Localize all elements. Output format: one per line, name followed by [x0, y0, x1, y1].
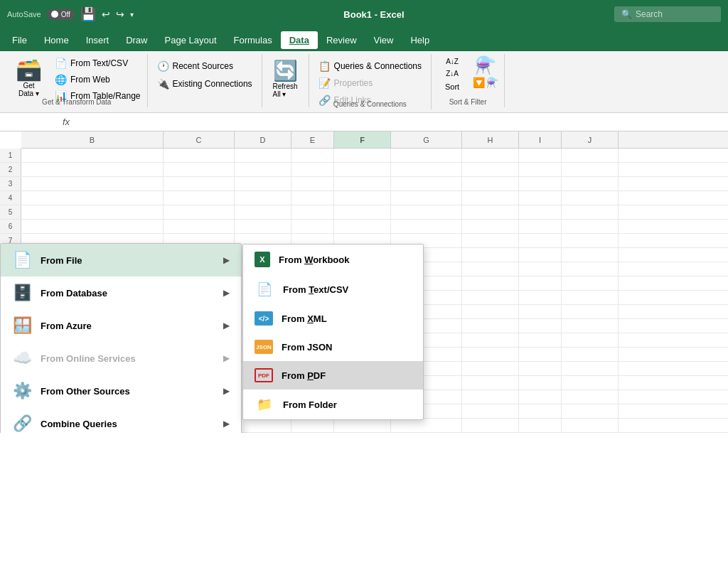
grid-cell[interactable] — [462, 319, 519, 333]
grid-cell[interactable] — [391, 191, 462, 205]
grid-cell[interactable] — [334, 177, 391, 190]
grid-cell[interactable] — [519, 291, 562, 304]
grid-cell[interactable] — [334, 163, 391, 176]
grid-cell[interactable] — [562, 149, 619, 162]
grid-cell[interactable] — [391, 149, 462, 162]
grid-cell[interactable] — [235, 220, 291, 233]
menu-help[interactable]: Help — [402, 31, 438, 49]
grid-cell[interactable] — [519, 305, 562, 318]
menu-item-combine-queries[interactable]: 🔗 Combine Queries ▶ — [1, 407, 241, 433]
grid-cell[interactable] — [519, 319, 562, 333]
grid-cell[interactable] — [291, 220, 334, 233]
grid-cell[interactable] — [391, 419, 462, 432]
grid-cell[interactable] — [291, 149, 334, 162]
menu-home[interactable]: Home — [36, 31, 77, 49]
grid-cell[interactable] — [462, 248, 519, 262]
grid-cell[interactable] — [334, 149, 391, 162]
grid-cell[interactable] — [519, 404, 562, 418]
grid-cell[interactable] — [21, 149, 164, 162]
grid-cell[interactable] — [562, 376, 619, 389]
grid-cell[interactable] — [462, 419, 519, 432]
grid-cell[interactable] — [519, 348, 562, 361]
grid-cell[interactable] — [519, 276, 562, 290]
filter-small-2[interactable]: ⚗️ — [486, 77, 498, 88]
recent-sources-button[interactable]: 🕐 Recent Sources — [154, 58, 237, 74]
get-data-button[interactable]: 🗃️ GetData ▾ — [9, 55, 48, 101]
grid-cell[interactable] — [391, 177, 462, 190]
grid-cell[interactable] — [562, 419, 619, 432]
grid-cell[interactable] — [519, 248, 562, 262]
filter-small-1[interactable]: 🔽 — [473, 77, 485, 88]
grid-cell[interactable] — [562, 348, 619, 361]
sub-menu-item-json[interactable]: JSON From JSON — [243, 333, 423, 361]
grid-cell[interactable] — [462, 276, 519, 290]
grid-cell[interactable] — [519, 262, 562, 276]
save-icon[interactable]: 💾 — [80, 6, 96, 22]
grid-cell[interactable] — [291, 191, 334, 205]
grid-cell[interactable] — [235, 191, 291, 205]
grid-cell[interactable] — [462, 220, 519, 233]
grid-cell[interactable] — [164, 205, 235, 219]
grid-cell[interactable] — [519, 177, 562, 190]
grid-cell[interactable] — [562, 404, 619, 418]
menu-item-from-online[interactable]: ☁️ From Online Services ▶ — [1, 342, 241, 375]
grid-cell[interactable] — [462, 390, 519, 404]
grid-cell[interactable] — [562, 390, 619, 404]
grid-cell[interactable] — [164, 191, 235, 205]
grid-cell[interactable] — [21, 191, 164, 205]
sort-za-button[interactable]: Z↓A — [445, 68, 459, 79]
grid-cell[interactable] — [462, 191, 519, 205]
grid-cell[interactable] — [562, 276, 619, 290]
grid-cell[interactable] — [562, 333, 619, 347]
grid-cell[interactable] — [519, 390, 562, 404]
grid-cell[interactable] — [562, 191, 619, 205]
grid-cell[interactable] — [291, 163, 334, 176]
grid-cell[interactable] — [164, 163, 235, 176]
grid-cell[interactable] — [334, 220, 391, 233]
autosave-toggle[interactable]: Off — [47, 9, 75, 20]
grid-cell[interactable] — [562, 177, 619, 190]
grid-cell[interactable] — [562, 262, 619, 276]
grid-cell[interactable] — [562, 163, 619, 176]
grid-cell[interactable] — [291, 419, 334, 432]
sub-menu-item-workbook[interactable]: X From Workbook — [243, 244, 423, 274]
properties-button[interactable]: 📝 Properties — [315, 75, 377, 91]
grid-cell[interactable] — [462, 404, 519, 418]
grid-cell[interactable] — [462, 348, 519, 361]
grid-cell[interactable] — [235, 163, 291, 176]
grid-cell[interactable] — [21, 163, 164, 176]
grid-cell[interactable] — [462, 362, 519, 375]
grid-cell[interactable] — [562, 234, 619, 247]
grid-cell[interactable] — [519, 149, 562, 162]
grid-cell[interactable] — [462, 177, 519, 190]
sub-menu-item-folder[interactable]: 📁 From Folder — [243, 389, 423, 419]
menu-item-from-database[interactable]: 🗄️ From Database ▶ — [1, 276, 241, 309]
menu-page-layout[interactable]: Page Layout — [156, 31, 225, 49]
grid-cell[interactable] — [519, 234, 562, 247]
grid-cell[interactable] — [21, 177, 164, 190]
filter-icon[interactable]: ⚗️ — [475, 55, 496, 75]
menu-formulas[interactable]: Formulas — [225, 31, 281, 49]
grid-cell[interactable] — [519, 205, 562, 219]
grid-cell[interactable] — [562, 248, 619, 262]
grid-cell[interactable] — [462, 262, 519, 276]
grid-cell[interactable] — [391, 205, 462, 219]
grid-cell[interactable] — [462, 149, 519, 162]
grid-cell[interactable] — [334, 191, 391, 205]
menu-data[interactable]: Data — [281, 31, 318, 49]
existing-connections-button[interactable]: 🔌 Existing Connections — [154, 76, 256, 92]
from-text-csv-button[interactable]: 📄 From Text/CSV — [51, 55, 144, 71]
sort-button[interactable]: Sort — [437, 80, 467, 93]
grid-cell[interactable] — [462, 205, 519, 219]
sub-menu-item-text-csv[interactable]: 📄 From Text/CSV — [243, 274, 423, 304]
grid-cell[interactable] — [562, 305, 619, 318]
grid-cell[interactable] — [235, 177, 291, 190]
grid-cell[interactable] — [462, 376, 519, 389]
from-web-button[interactable]: 🌐 From Web — [51, 72, 144, 87]
grid-cell[interactable] — [21, 220, 164, 233]
grid-cell[interactable] — [334, 419, 391, 432]
queries-connections-button[interactable]: 📋 Queries & Connections — [315, 58, 425, 74]
menu-file[interactable]: File — [4, 31, 36, 49]
grid-cell[interactable] — [462, 305, 519, 318]
refresh-all-button[interactable]: 🔄 RefreshAll ▾ — [268, 55, 303, 102]
